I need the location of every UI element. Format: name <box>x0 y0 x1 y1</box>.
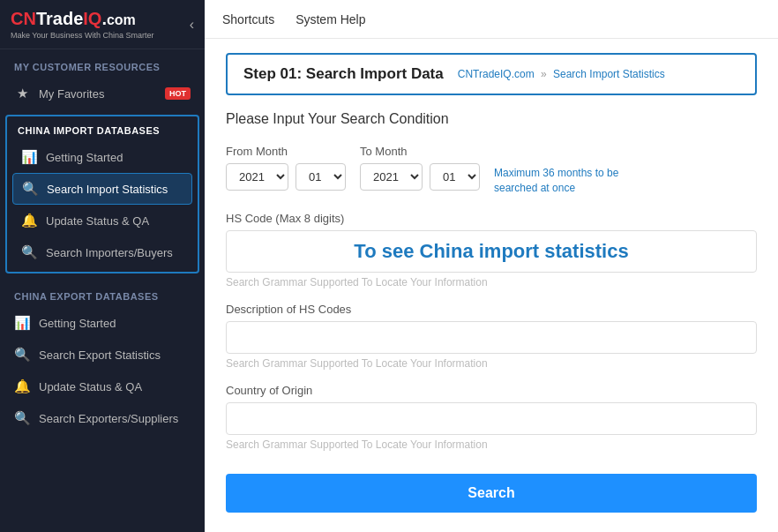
search-icon: 🔍 <box>22 181 38 197</box>
date-row: From Month 202120202019 01020304 0506070… <box>226 145 757 196</box>
breadcrumb: CNTradeIQ.com » Search Import Statistics <box>458 68 665 80</box>
search-icon-4: 🔍 <box>14 410 30 426</box>
logo-tagline: Make Your Business With China Smarter <box>11 31 154 40</box>
breadcrumb-site: CNTradeIQ.com <box>458 68 535 80</box>
sidebar-item-search-exporters-suppliers[interactable]: 🔍 Search Exporters/Suppliers <box>0 402 205 434</box>
form-title: Please Input Your Search Condition <box>226 111 757 127</box>
from-month-group: From Month 202120202019 01020304 0506070… <box>226 145 346 191</box>
step-title: Step 01: Search Import Data <box>243 65 444 83</box>
sidebar-item-label: Getting Started <box>46 151 123 164</box>
logo: CNTradeIQ.com Make Your Business With Ch… <box>11 9 154 40</box>
china-import-label: CHINA IMPORT DATABASES <box>7 116 198 141</box>
sidebar-item-update-status-qa-export[interactable]: 🔔 Update Status & QA <box>0 371 205 402</box>
sidebar-item-update-status-qa-import[interactable]: 🔔 Update Status & QA <box>7 205 198 236</box>
breadcrumb-sep: » <box>541 68 550 80</box>
sidebar-item-label: My Favorites <box>39 87 104 101</box>
to-year-select[interactable]: 202120202019 <box>360 163 423 191</box>
main-content: Shortcuts System Help Step 01: Search Im… <box>205 0 778 532</box>
sidebar-item-import-getting-started[interactable]: 📊 Getting Started <box>7 141 198 173</box>
description-placeholder: Search Grammar Supported To Locate Your … <box>226 357 757 370</box>
breadcrumb-page: Search Import Statistics <box>553 68 665 80</box>
sidebar-item-label: Update Status & QA <box>39 380 142 393</box>
sidebar-item-my-favorites[interactable]: ★ My Favorites HOT <box>0 78 205 109</box>
chart-icon-2: 📊 <box>14 315 30 331</box>
china-export-label: CHINA EXPORT DATABASES <box>0 279 205 307</box>
to-month-select[interactable]: 01020304 05060708 09101112 <box>430 163 480 191</box>
from-month-selects: 202120202019 01020304 05060708 09101112 <box>226 163 346 191</box>
search-button[interactable]: Search <box>226 474 757 513</box>
sidebar-item-label: Update Status & QA <box>46 214 149 228</box>
bell-icon: 🔔 <box>21 213 37 229</box>
chart-icon: 📊 <box>21 149 37 165</box>
content-area: Step 01: Search Import Data CNTradeIQ.co… <box>205 39 778 532</box>
from-year-select[interactable]: 202120202019 <box>226 163 288 191</box>
hs-code-input[interactable] <box>226 230 757 273</box>
star-icon: ★ <box>14 86 30 101</box>
to-month-selects: 202120202019 01020304 05060708 09101112 <box>360 163 480 191</box>
sidebar-item-label: Search Importers/Buyers <box>46 246 173 259</box>
sidebar: CNTradeIQ.com Make Your Business With Ch… <box>0 0 205 532</box>
hs-code-block: HS Code (Max 8 digits) To see China impo… <box>226 212 757 288</box>
sidebar-item-search-export-statistics[interactable]: 🔍 Search Export Statistics <box>0 339 205 371</box>
search-icon-2: 🔍 <box>21 244 37 260</box>
hs-code-placeholder: Search Grammar Supported To Locate Your … <box>226 276 757 288</box>
logo-brand: CNTradeIQ.com <box>11 9 154 29</box>
sidebar-item-export-getting-started[interactable]: 📊 Getting Started <box>0 307 205 339</box>
sidebar-item-label: Search Exporters/Suppliers <box>39 412 178 425</box>
sidebar-collapse-button[interactable]: ‹ <box>190 17 194 33</box>
hs-code-input-wrap: To see China import statistics <box>226 230 757 273</box>
topbar-shortcuts[interactable]: Shortcuts <box>222 2 274 37</box>
sidebar-item-search-import-statistics[interactable]: 🔍 Search Import Statistics <box>12 173 192 205</box>
search-icon-3: 🔍 <box>14 347 30 363</box>
from-month-label: From Month <box>226 145 346 158</box>
china-import-section: CHINA IMPORT DATABASES 📊 Getting Started… <box>5 115 199 273</box>
max-months-note: Maximum 36 months to be searched at once <box>494 166 635 196</box>
to-month-group: To Month 202120202019 01020304 05060708 … <box>360 145 480 191</box>
hs-code-label: HS Code (Max 8 digits) <box>226 212 757 225</box>
from-month-select[interactable]: 01020304 05060708 09101112 <box>295 163 346 191</box>
sidebar-item-label: Search Export Statistics <box>39 348 161 362</box>
step-header: Step 01: Search Import Data CNTradeIQ.co… <box>226 53 757 95</box>
my-customer-resources-label: MY CUSTOMER RESOURCES <box>0 49 205 78</box>
country-input[interactable] <box>226 402 757 435</box>
logo-area: CNTradeIQ.com Make Your Business With Ch… <box>0 0 205 49</box>
topbar-system-help[interactable]: System Help <box>295 2 365 37</box>
topbar: Shortcuts System Help <box>205 0 778 39</box>
description-input[interactable] <box>226 321 757 354</box>
description-label: Description of HS Codes <box>226 303 757 316</box>
country-label: Country of Origin <box>226 384 757 397</box>
sidebar-item-search-importers-buyers[interactable]: 🔍 Search Importers/Buyers <box>7 236 198 268</box>
to-month-label: To Month <box>360 145 480 158</box>
description-block: Description of HS Codes Search Grammar S… <box>226 303 757 370</box>
sidebar-item-label: Search Import Statistics <box>47 183 168 196</box>
bell-icon-2: 🔔 <box>14 378 30 394</box>
sidebar-item-label: Getting Started <box>39 317 116 330</box>
country-block: Country of Origin Search Grammar Support… <box>226 384 757 451</box>
hot-badge: HOT <box>165 87 191 100</box>
country-placeholder: Search Grammar Supported To Locate Your … <box>226 438 757 451</box>
